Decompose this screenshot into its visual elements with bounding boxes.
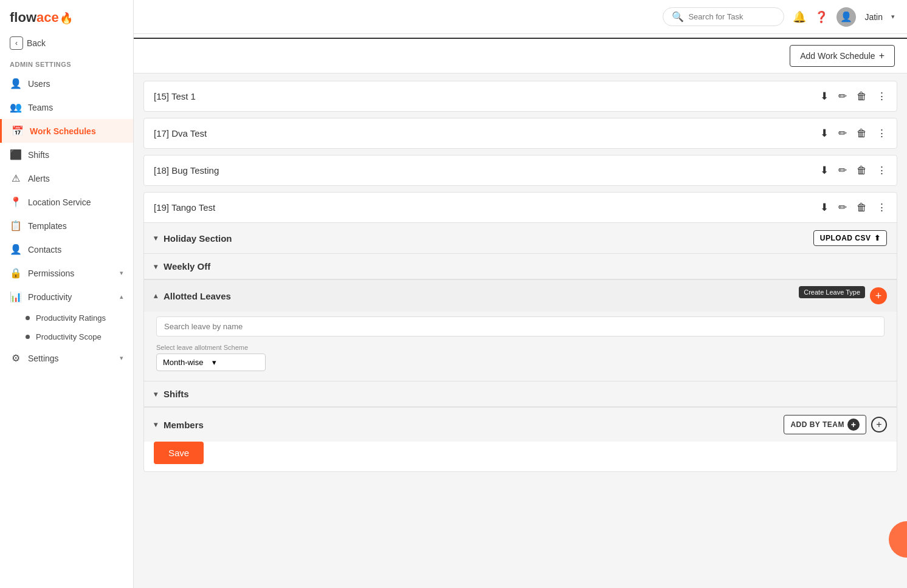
sidebar-item-label: Permissions <box>28 268 74 278</box>
holiday-section-row: ▾ Holiday Section UPLOAD CSV ⬆ <box>144 223 897 253</box>
plus-icon: + <box>879 50 885 61</box>
download-icon[interactable]: ⬇ <box>820 201 829 214</box>
schedule-list: [15] Test 1 ⬇ ✏ 🗑 ⋮ [17] Dva Test ⬇ ✏ 🗑 … <box>134 74 907 479</box>
chevron-down-icon: ▾ <box>120 269 123 277</box>
search-input[interactable] <box>688 12 775 21</box>
add-by-team-button[interactable]: ADD BY TEAM + <box>784 415 866 434</box>
upload-csv-button[interactable]: UPLOAD CSV ⬆ <box>813 230 887 246</box>
back-button[interactable]: ‹ Back <box>0 32 133 55</box>
logo-accent: ace <box>36 10 59 25</box>
edit-icon[interactable]: ✏ <box>838 127 847 140</box>
weekly-off-section-row: ▾ Weekly Off <box>144 254 897 279</box>
sidebar-item-users[interactable]: 👤 Users <box>0 72 133 95</box>
allotted-leaves-section: ▴ Allotted Leaves Create Leave Type + Se <box>144 279 897 381</box>
logo-flame-icon: 🔥 <box>60 12 73 24</box>
schedule-row: [17] Dva Test ⬇ ✏ 🗑 ⋮ <box>143 118 897 149</box>
schedule-actions: ⬇ ✏ 🗑 ⋮ <box>820 164 887 177</box>
more-options-icon[interactable]: ⋮ <box>877 164 887 177</box>
main-area: 🔍 🔔 ❓ 👤 Jatin ▾ Add Work Schedule + [15]… <box>134 0 907 588</box>
delete-icon[interactable]: 🗑 <box>857 165 867 177</box>
sidebar-item-settings[interactable]: ⚙ Settings ▾ <box>0 346 133 370</box>
add-member-button[interactable]: + <box>871 417 887 432</box>
chevron-down-icon[interactable]: ▾ <box>154 262 157 271</box>
more-options-icon[interactable]: ⋮ <box>877 201 887 214</box>
schedule-actions: ⬇ ✏ 🗑 ⋮ <box>820 90 887 103</box>
help-icon[interactable]: ❓ <box>815 10 828 24</box>
content-header: Add Work Schedule + <box>134 39 907 74</box>
sidebar-item-templates[interactable]: 📋 Templates <box>0 214 133 238</box>
allotted-leaves-content: Select leave allotment Scheme Month-wise… <box>144 312 897 381</box>
sidebar-item-productivity-ratings[interactable]: Productivity Ratings <box>0 309 133 327</box>
alerts-icon: ⚠ <box>10 173 22 184</box>
sidebar: flowace🔥 ‹ Back ADMIN SETTINGS 👤 Users 👥… <box>0 0 134 588</box>
edit-icon[interactable]: ✏ <box>838 90 847 103</box>
sidebar-item-productivity-scope[interactable]: Productivity Scope <box>0 327 133 346</box>
productivity-icon: 📊 <box>10 291 22 303</box>
sidebar-item-alerts[interactable]: ⚠ Alerts <box>0 166 133 190</box>
sidebar-item-permissions[interactable]: 🔒 Permissions ▾ <box>0 261 133 285</box>
scheme-select[interactable]: Month-wise ▾ <box>156 354 266 371</box>
sidebar-item-label: Productivity <box>28 292 72 302</box>
user-chevron-icon[interactable]: ▾ <box>891 13 895 21</box>
search-bar[interactable]: 🔍 <box>663 7 784 26</box>
download-icon[interactable]: ⬇ <box>820 164 829 177</box>
chevron-down-icon[interactable]: ▾ <box>154 420 157 429</box>
sidebar-item-label: Shifts <box>28 150 49 160</box>
search-leave-input[interactable] <box>156 316 885 337</box>
expanded-schedule-header: [19] Tango Test ⬇ ✏ 🗑 ⋮ <box>144 193 897 222</box>
schedule-row: [15] Test 1 ⬇ ✏ 🗑 ⋮ <box>143 81 897 112</box>
edit-icon[interactable]: ✏ <box>838 164 847 177</box>
sub-dot-icon <box>26 335 30 339</box>
sidebar-item-label: Alerts <box>28 174 50 183</box>
logo: flowace🔥 <box>10 10 73 26</box>
sidebar-item-productivity[interactable]: 📊 Productivity ▴ <box>0 285 133 309</box>
sidebar-item-label: Templates <box>28 221 67 231</box>
chevron-down-icon[interactable]: ▾ <box>154 390 157 398</box>
sidebar-item-label: Location Service <box>28 197 91 207</box>
sidebar-item-teams[interactable]: 👥 Teams <box>0 95 133 119</box>
members-actions: ADD BY TEAM + + <box>784 415 887 434</box>
sidebar-item-shifts[interactable]: ⬛ Shifts <box>0 143 133 166</box>
delete-icon[interactable]: 🗑 <box>857 91 867 103</box>
contacts-icon: 👤 <box>10 244 22 255</box>
admin-settings-heading: ADMIN SETTINGS <box>0 55 133 72</box>
sidebar-item-label: Users <box>28 79 50 89</box>
location-icon: 📍 <box>10 196 22 208</box>
chevron-down-icon[interactable]: ▾ <box>154 234 157 242</box>
chevron-up-icon[interactable]: ▴ <box>154 292 157 300</box>
download-icon[interactable]: ⬇ <box>820 90 829 103</box>
schedule-title: [15] Test 1 <box>154 91 196 101</box>
allotted-leaves-header: ▴ Allotted Leaves Create Leave Type + <box>144 280 897 312</box>
permissions-icon: 🔒 <box>10 267 22 279</box>
members-section: ▾ Members ADD BY TEAM + + <box>144 407 897 442</box>
create-leave-type-button[interactable]: + <box>870 287 887 304</box>
holiday-section-title: ▾ Holiday Section <box>154 233 232 244</box>
templates-icon: 📋 <box>10 220 22 231</box>
allotted-leaves-title: ▴ Allotted Leaves <box>154 291 231 301</box>
members-header: ▾ Members ADD BY TEAM + + <box>144 408 897 442</box>
sidebar-sub-label: Productivity Scope <box>36 332 102 341</box>
sidebar-item-location-service[interactable]: 📍 Location Service <box>0 190 133 214</box>
edit-icon[interactable]: ✏ <box>838 201 847 214</box>
sidebar-item-work-schedules[interactable]: 📅 Work Schedules <box>0 119 133 143</box>
delete-icon[interactable]: 🗑 <box>857 128 867 140</box>
save-button[interactable]: Save <box>154 442 204 464</box>
notifications-icon[interactable]: 🔔 <box>793 10 806 24</box>
scheme-value: Month-wise <box>163 358 210 367</box>
avatar: 👤 <box>836 7 856 27</box>
scheme-label: Select leave allotment Scheme <box>156 344 885 351</box>
more-options-icon[interactable]: ⋮ <box>877 90 887 103</box>
download-icon[interactable]: ⬇ <box>820 127 829 140</box>
sidebar-item-label: Settings <box>28 354 59 363</box>
more-options-icon[interactable]: ⋮ <box>877 127 887 140</box>
add-by-team-plus-icon: + <box>847 419 860 431</box>
sidebar-item-contacts[interactable]: 👤 Contacts <box>0 238 133 261</box>
logo-area: flowace🔥 <box>0 0 133 32</box>
plus-icon: + <box>875 290 882 303</box>
add-work-schedule-button[interactable]: Add Work Schedule + <box>790 45 895 67</box>
delete-icon[interactable]: 🗑 <box>857 202 867 214</box>
work-schedules-icon: 📅 <box>12 125 24 137</box>
chevron-down-icon: ▾ <box>120 354 123 362</box>
sidebar-item-label: Work Schedules <box>30 126 96 136</box>
chevron-up-icon: ▴ <box>120 293 123 301</box>
